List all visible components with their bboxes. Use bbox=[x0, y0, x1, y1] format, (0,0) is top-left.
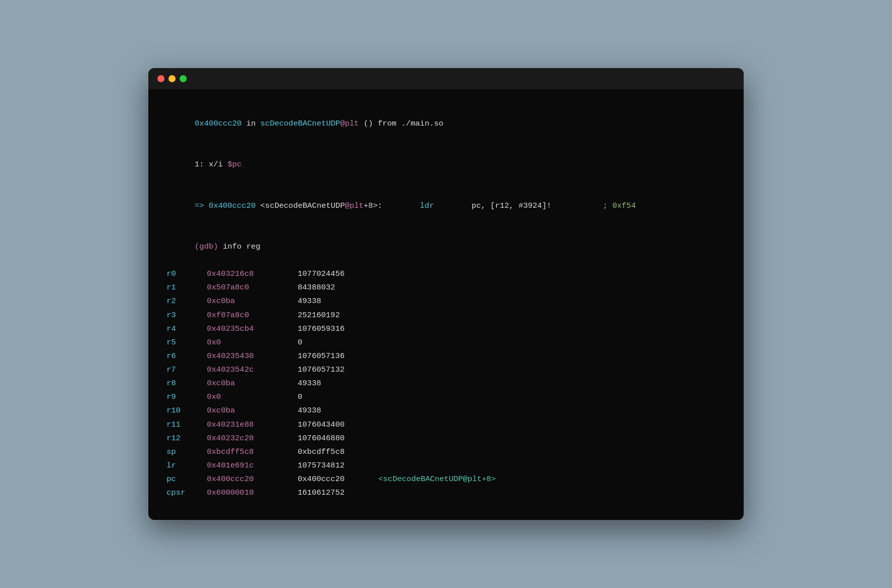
register-name: sp bbox=[166, 445, 207, 459]
titlebar bbox=[148, 68, 744, 89]
register-row: r10x507a8c084388032 bbox=[166, 281, 726, 295]
register-hex: 0x40232c20 bbox=[207, 432, 298, 445]
minimize-button[interactable] bbox=[169, 75, 176, 82]
register-dec: 84388032 bbox=[298, 281, 378, 295]
register-hex: 0x40231e88 bbox=[207, 418, 298, 432]
register-row: r80xc0ba49338 bbox=[166, 377, 726, 390]
register-row: r00x403216c81077024456 bbox=[166, 267, 726, 281]
register-hex: 0x507a8c0 bbox=[207, 281, 298, 295]
register-extra: <scDecodeBACnetUDP@plt+8> bbox=[378, 473, 496, 486]
register-name: cpsr bbox=[166, 486, 207, 500]
close-button[interactable] bbox=[157, 75, 164, 82]
register-name: r8 bbox=[166, 377, 207, 390]
register-name: r0 bbox=[166, 267, 207, 281]
register-dec: 1610612752 bbox=[298, 486, 378, 500]
register-dec: 1076046880 bbox=[298, 432, 378, 445]
register-row: sp0xbcdff5c80xbcdff5c8 bbox=[166, 445, 726, 459]
register-row: r110x40231e881076043400 bbox=[166, 418, 726, 432]
register-row: r100xc0ba49338 bbox=[166, 404, 726, 418]
register-hex: 0x4023542c bbox=[207, 363, 298, 377]
register-name: r9 bbox=[166, 390, 207, 404]
line-xi-pc: 1: x/i $pc bbox=[166, 144, 726, 185]
register-hex: 0x0 bbox=[207, 390, 298, 404]
register-dec: 0x400ccc20 bbox=[298, 473, 378, 486]
line-function-info: 0x400ccc20 in scDecodeBACnetUDP@plt () f… bbox=[166, 103, 726, 144]
register-name: r3 bbox=[166, 309, 207, 322]
register-dec: 0 bbox=[298, 336, 378, 349]
register-dec: 1077024456 bbox=[298, 267, 378, 281]
register-dec: 49338 bbox=[298, 295, 378, 308]
register-row: r70x4023542c1076057132 bbox=[166, 363, 726, 377]
register-dec: 1076057136 bbox=[298, 349, 378, 363]
terminal-window: 0x400ccc20 in scDecodeBACnetUDP@plt () f… bbox=[148, 68, 744, 520]
register-row: r60x402354301076057136 bbox=[166, 349, 726, 363]
register-name: r12 bbox=[166, 432, 207, 445]
register-name: r6 bbox=[166, 349, 207, 363]
register-table: r00x403216c81077024456r10x507a8c08438803… bbox=[166, 267, 726, 500]
register-hex: 0x0 bbox=[207, 336, 298, 349]
register-name: r11 bbox=[166, 418, 207, 432]
register-hex: 0xc0ba bbox=[207, 404, 298, 418]
register-name: r4 bbox=[166, 322, 207, 336]
register-name: pc bbox=[166, 473, 207, 486]
maximize-button[interactable] bbox=[180, 75, 187, 82]
register-name: r5 bbox=[166, 336, 207, 349]
register-dec: 1076057132 bbox=[298, 363, 378, 377]
line-disassembly: => 0x400ccc20 <scDecodeBACnetUDP@plt+8>:… bbox=[166, 185, 726, 226]
address-text: 0x400ccc20 bbox=[195, 119, 242, 128]
register-dec: 49338 bbox=[298, 377, 378, 390]
register-hex: 0xc0ba bbox=[207, 377, 298, 390]
register-dec: 0xbcdff5c8 bbox=[298, 445, 378, 459]
register-hex: 0x403216c8 bbox=[207, 267, 298, 281]
register-name: r1 bbox=[166, 281, 207, 295]
register-hex: 0x40235cb4 bbox=[207, 322, 298, 336]
register-hex: 0xf07a8c0 bbox=[207, 309, 298, 322]
register-dec: 1076043400 bbox=[298, 418, 378, 432]
register-dec: 252160192 bbox=[298, 309, 378, 322]
register-hex: 0xbcdff5c8 bbox=[207, 445, 298, 459]
register-row: lr0x401e691c1075734812 bbox=[166, 459, 726, 473]
register-row: r20xc0ba49338 bbox=[166, 295, 726, 308]
register-name: lr bbox=[166, 459, 207, 473]
line-gdb-prompt: (gdb) info reg bbox=[166, 226, 726, 267]
register-row: cpsr0x600000101610612752 bbox=[166, 486, 726, 500]
register-name: r7 bbox=[166, 363, 207, 377]
register-name: r10 bbox=[166, 404, 207, 418]
register-row: r120x40232c201076046880 bbox=[166, 432, 726, 445]
terminal-body[interactable]: 0x400ccc20 in scDecodeBACnetUDP@plt () f… bbox=[148, 89, 744, 520]
register-row: r40x40235cb41076059316 bbox=[166, 322, 726, 336]
register-dec: 1076059316 bbox=[298, 322, 378, 336]
register-hex: 0x40235430 bbox=[207, 349, 298, 363]
register-dec: 0 bbox=[298, 390, 378, 404]
register-hex: 0x401e691c bbox=[207, 459, 298, 473]
register-name: r2 bbox=[166, 295, 207, 308]
register-hex: 0x60000010 bbox=[207, 486, 298, 500]
register-dec: 1075734812 bbox=[298, 459, 378, 473]
register-row: pc0x400ccc200x400ccc20<scDecodeBACnetUDP… bbox=[166, 473, 726, 486]
register-dec: 49338 bbox=[298, 404, 378, 418]
register-row: r90x00 bbox=[166, 390, 726, 404]
register-hex: 0xc0ba bbox=[207, 295, 298, 308]
register-hex: 0x400ccc20 bbox=[207, 473, 298, 486]
register-row: r30xf07a8c0252160192 bbox=[166, 309, 726, 322]
register-row: r50x00 bbox=[166, 336, 726, 349]
